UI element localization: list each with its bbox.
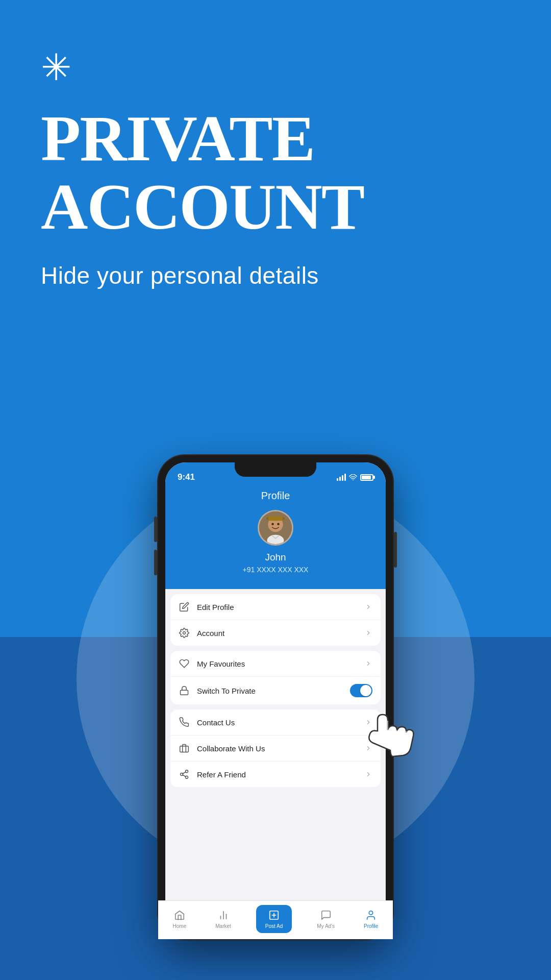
profile-nav-label: Profile bbox=[364, 923, 378, 929]
app-header-title: Profile bbox=[176, 490, 375, 502]
arrow-icon bbox=[364, 659, 372, 668]
menu-item-contact-us[interactable]: Contact Us bbox=[170, 709, 381, 736]
post-ad-nav-icon bbox=[268, 909, 280, 921]
user-phone: +91 XXXX XXX XXX bbox=[176, 566, 375, 574]
arrow-icon bbox=[364, 603, 372, 611]
home-nav-label: Home bbox=[173, 923, 187, 929]
phone-mockup: 9:41 bbox=[158, 455, 393, 939]
headline-line1: PRIVATE bbox=[41, 102, 314, 175]
subtitle: Hide your personal details bbox=[41, 262, 510, 289]
menu-item-my-favourites[interactable]: My Favourites bbox=[170, 651, 381, 677]
nav-item-post-ad[interactable]: Post Ad bbox=[256, 905, 292, 932]
svg-point-6 bbox=[277, 523, 280, 525]
menu-section-3: Contact Us Collaborate With Us bbox=[170, 709, 381, 787]
menu-section-2: My Favourites Switch To Private bbox=[170, 651, 381, 704]
menu-item-collaborate[interactable]: Collaborate With Us bbox=[170, 736, 381, 762]
avatar bbox=[258, 510, 293, 546]
edit-icon bbox=[179, 601, 190, 612]
nav-item-market[interactable]: Market bbox=[211, 907, 235, 931]
phone-icon bbox=[179, 717, 190, 728]
account-label: Account bbox=[197, 629, 364, 638]
refer-friend-label: Refer A Friend bbox=[197, 770, 364, 779]
bottom-navigation: Home Market Post Ad bbox=[165, 900, 386, 932]
lock-icon bbox=[179, 685, 190, 696]
menu-item-account[interactable]: Account bbox=[170, 620, 381, 646]
collaborate-label: Collaborate With Us bbox=[197, 744, 364, 753]
home-nav-icon bbox=[173, 909, 186, 921]
svg-line-14 bbox=[183, 775, 186, 776]
signal-icon bbox=[337, 474, 346, 481]
arrow-icon bbox=[364, 629, 372, 637]
briefcase-icon bbox=[179, 743, 190, 754]
share-icon bbox=[179, 769, 190, 780]
edit-profile-label: Edit Profile bbox=[197, 603, 364, 611]
menu-item-edit-profile[interactable]: Edit Profile bbox=[170, 594, 381, 620]
app-profile-header: Profile bbox=[165, 485, 386, 589]
market-nav-label: Market bbox=[215, 923, 231, 929]
switch-to-private-label: Switch To Private bbox=[197, 687, 350, 695]
headline: PRIVATE ACCOUNT bbox=[41, 104, 510, 241]
user-name: John bbox=[176, 552, 375, 563]
settings-icon bbox=[179, 627, 190, 639]
svg-line-15 bbox=[183, 772, 186, 773]
contact-us-label: Contact Us bbox=[197, 718, 364, 727]
battery-icon bbox=[360, 474, 373, 481]
profile-nav-icon bbox=[365, 909, 377, 921]
star-icon: ✳ bbox=[41, 46, 510, 89]
menu-section-1: Edit Profile Account bbox=[170, 594, 381, 646]
menu-item-refer-friend[interactable]: Refer A Friend bbox=[170, 762, 381, 787]
svg-point-22 bbox=[369, 911, 373, 915]
wifi-icon bbox=[349, 474, 357, 480]
phone-frame: 9:41 bbox=[158, 455, 393, 939]
page-wrapper: ✳ PRIVATE ACCOUNT Hide your personal det… bbox=[0, 0, 551, 980]
svg-rect-9 bbox=[181, 690, 188, 695]
phone-notch bbox=[235, 462, 316, 477]
heart-icon bbox=[179, 658, 190, 669]
power-button bbox=[394, 532, 397, 568]
headline-line2: ACCOUNT bbox=[41, 170, 364, 243]
my-ads-nav-icon bbox=[320, 909, 332, 921]
post-ad-nav-label: Post Ad bbox=[265, 923, 283, 929]
svg-point-5 bbox=[271, 523, 274, 525]
my-favourites-label: My Favourites bbox=[197, 659, 364, 668]
menu-item-switch-to-private[interactable]: Switch To Private bbox=[170, 677, 381, 704]
arrow-icon bbox=[364, 770, 372, 778]
svg-point-8 bbox=[183, 632, 186, 634]
nav-item-profile[interactable]: Profile bbox=[360, 907, 382, 931]
top-section: ✳ PRIVATE ACCOUNT Hide your personal det… bbox=[0, 0, 551, 289]
status-time: 9:41 bbox=[178, 472, 195, 482]
nav-item-my-ads[interactable]: My Ad's bbox=[313, 907, 339, 931]
private-toggle[interactable] bbox=[350, 684, 372, 697]
svg-rect-4 bbox=[268, 516, 282, 521]
hand-cursor-illustration bbox=[357, 699, 386, 766]
market-nav-icon bbox=[217, 909, 230, 921]
svg-point-0 bbox=[353, 479, 354, 480]
volume-up-button bbox=[154, 517, 157, 542]
volume-down-button bbox=[154, 550, 157, 575]
avatar-image bbox=[259, 511, 292, 544]
my-ads-nav-label: My Ad's bbox=[317, 923, 335, 929]
phone-screen: 9:41 bbox=[165, 462, 386, 932]
nav-item-home[interactable]: Home bbox=[169, 907, 191, 931]
svg-rect-10 bbox=[180, 746, 189, 752]
status-icons bbox=[337, 474, 373, 481]
